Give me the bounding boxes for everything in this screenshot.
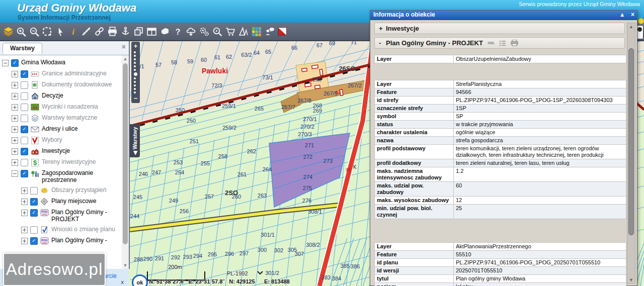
print-icon[interactable] bbox=[106, 24, 119, 39]
zoom-out-button[interactable]: − bbox=[134, 95, 138, 102]
layer-checkbox[interactable]: ✓ bbox=[21, 70, 28, 78]
zoom-level-dot[interactable] bbox=[134, 84, 136, 86]
scroll-down-icon[interactable]: ▼ bbox=[627, 276, 635, 283]
expand-toggle[interactable] bbox=[21, 187, 28, 194]
layer-label[interactable]: Plany miejscowe bbox=[51, 198, 96, 205]
layer-label[interactable]: Decyzje bbox=[42, 92, 63, 99]
scroll-down-icon[interactable]: ▼ bbox=[122, 262, 129, 269]
layer-checkbox[interactable] bbox=[21, 115, 28, 122]
layer-label[interactable]: Adresy i ulice bbox=[42, 125, 77, 132]
link-icon[interactable] bbox=[93, 24, 106, 39]
layer-row[interactable]: Wycinki i nasadzenia bbox=[0, 102, 122, 113]
tab-warstwy[interactable]: Warstwy bbox=[3, 43, 42, 54]
layer-label[interactable]: Plan Ogólny Gminy - PROJEKT bbox=[51, 209, 122, 223]
expand-toggle[interactable] bbox=[12, 137, 18, 144]
layer-row[interactable]: Obszary przystąpień bbox=[0, 185, 122, 196]
expand-toggle[interactable] bbox=[12, 159, 18, 166]
zoom-level-dot[interactable] bbox=[134, 77, 136, 79]
print-icon[interactable] bbox=[511, 40, 518, 46]
zoom-level-dot[interactable] bbox=[134, 72, 137, 76]
zoom-level-dot[interactable] bbox=[134, 88, 136, 90]
chevron-down-icon[interactable] bbox=[257, 268, 264, 277]
layer-checkbox[interactable] bbox=[21, 159, 28, 166]
layer-label[interactable]: Granice administracyjne bbox=[42, 70, 107, 77]
copy-windows-icon[interactable] bbox=[132, 24, 145, 39]
search-icon[interactable] bbox=[210, 24, 223, 39]
settings-icon[interactable] bbox=[197, 24, 210, 39]
layer-row[interactable]: $Tereny inwestycyjne bbox=[0, 157, 122, 168]
layer-checkbox[interactable]: ✓ bbox=[30, 209, 38, 217]
layer-checkbox[interactable]: ✓ bbox=[30, 198, 38, 206]
xml-export-icon[interactable]: XML bbox=[488, 41, 495, 45]
list-icon[interactable] bbox=[500, 40, 506, 46]
sidebar-close-icon[interactable]: × bbox=[122, 43, 126, 51]
layer-row[interactable]: ✓Inwestycje bbox=[0, 146, 122, 157]
polygon-icon[interactable] bbox=[158, 24, 171, 39]
expand-toggle[interactable] bbox=[12, 170, 18, 177]
layer-checkbox[interactable]: ✓ bbox=[21, 170, 28, 177]
layer-checkbox[interactable]: ✓ bbox=[30, 237, 38, 245]
info-icon[interactable]: i bbox=[66, 24, 79, 39]
footer-close[interactable]: x bbox=[121, 279, 124, 285]
layer-row[interactable]: ✓Adresy i ulice bbox=[0, 124, 122, 135]
flag-icon[interactable] bbox=[276, 24, 289, 39]
layer-checkbox[interactable]: ✓ bbox=[11, 59, 19, 67]
scroll-up-icon[interactable]: ▲ bbox=[122, 55, 129, 62]
contact-icon[interactable] bbox=[263, 24, 276, 39]
zoom-level-dot[interactable] bbox=[134, 51, 136, 53]
panel-collapse-icon[interactable]: ▲ bbox=[619, 11, 625, 18]
select-area-icon[interactable] bbox=[40, 24, 53, 39]
layer-row[interactable]: ✓Zagospodarowanie przestrzenne bbox=[0, 168, 122, 185]
prism-icon[interactable] bbox=[236, 24, 250, 39]
zoom-level-dot[interactable] bbox=[134, 58, 136, 60]
layers-icon[interactable] bbox=[1, 24, 14, 39]
layer-label[interactable]: Zagospodarowanie przestrzenne bbox=[42, 169, 122, 183]
section-plan-ogolny[interactable]: - Plan Ogólny Gminy - PROJEKT XML bbox=[374, 37, 625, 49]
layer-checkbox[interactable] bbox=[21, 104, 28, 111]
layer-checkbox[interactable] bbox=[30, 226, 38, 234]
expand-toggle[interactable] bbox=[12, 115, 18, 122]
layer-row[interactable]: ✓Plany miejscowe bbox=[0, 196, 122, 207]
panel-close-icon[interactable]: × bbox=[631, 11, 634, 18]
sidebar-scrollbar[interactable]: ▲ ▼ bbox=[122, 55, 129, 269]
zoom-level-dot[interactable] bbox=[134, 65, 136, 67]
crs-selector[interactable]: PL-1992 bbox=[227, 270, 248, 276]
section-inwestycje[interactable]: + Inwestycje bbox=[374, 23, 625, 34]
expand-toggle[interactable] bbox=[12, 148, 18, 155]
cloud-download-icon[interactable] bbox=[184, 24, 197, 39]
scroll-thumb[interactable] bbox=[123, 63, 128, 244]
expand-toggle[interactable] bbox=[12, 93, 18, 100]
measure-icon[interactable] bbox=[79, 24, 93, 39]
transfer-icon[interactable] bbox=[119, 24, 132, 39]
expand-toggle[interactable] bbox=[2, 60, 9, 66]
layer-row[interactable]: ✓Gmina Włodawa bbox=[0, 57, 122, 68]
layer-row[interactable]: ✓POGprojPlan Ogólny Gminy - bbox=[0, 235, 122, 246]
layer-label[interactable]: Wycinki i nasadzenia bbox=[42, 103, 98, 110]
layer-label[interactable]: Dokumenty środowiskowe bbox=[42, 81, 112, 88]
zoom-in-icon[interactable] bbox=[14, 24, 27, 39]
expand-icon[interactable]: + bbox=[379, 25, 386, 32]
zoom-in-button[interactable]: + bbox=[134, 43, 138, 50]
cart-icon[interactable] bbox=[223, 24, 236, 39]
layer-row[interactable]: Warstwy tematyczne bbox=[0, 113, 122, 124]
layer-checkbox[interactable]: ✓ bbox=[21, 126, 28, 133]
layer-checkbox[interactable] bbox=[30, 187, 38, 195]
expand-toggle[interactable] bbox=[21, 238, 28, 244]
expand-toggle[interactable] bbox=[12, 104, 18, 111]
layer-row[interactable]: Decyzje bbox=[0, 90, 122, 102]
layer-label[interactable]: Obszary przystąpień bbox=[51, 186, 106, 194]
layer-row[interactable]: Dokumenty środowiskowe bbox=[0, 79, 122, 90]
expand-toggle[interactable] bbox=[12, 71, 18, 77]
layer-checkbox[interactable] bbox=[21, 92, 28, 100]
expand-toggle[interactable] bbox=[21, 199, 28, 205]
layer-checkbox[interactable] bbox=[21, 137, 28, 144]
layer-row[interactable]: ✓POGprojPlan Ogólny Gminy - PROJEKT bbox=[0, 207, 122, 224]
zoom-control[interactable]: + − bbox=[131, 42, 140, 103]
layer-label[interactable]: Gmina Włodawa bbox=[21, 59, 65, 66]
help-icon[interactable]: ? bbox=[171, 24, 184, 39]
layers-collapse-tab[interactable]: ◀ Warstwy bbox=[130, 124, 140, 157]
zoom-level-dot[interactable] bbox=[134, 91, 136, 93]
zoom-level-dot[interactable] bbox=[134, 69, 136, 71]
expand-toggle[interactable] bbox=[12, 126, 18, 133]
layer-label[interactable]: Inwestycje bbox=[42, 147, 70, 154]
